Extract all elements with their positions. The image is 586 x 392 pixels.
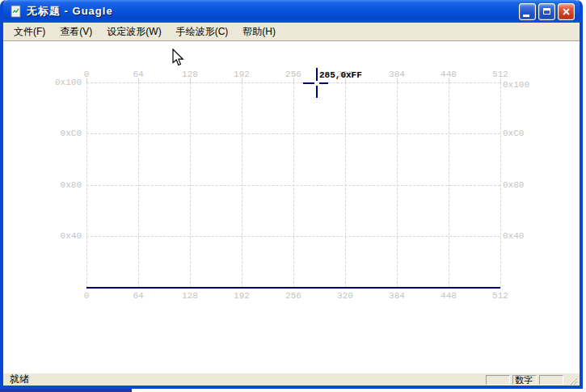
status-panel-num: 数字 [512,375,537,385]
menu-set-waveform[interactable]: 设定波形(W) [99,23,168,41]
status-message: 就绪 [10,373,483,386]
resize-grip-icon[interactable] [567,374,578,386]
app-window: 无标题 - Guagle 文件(F) 查看(V) 设定波 [0,0,583,389]
title-bar[interactable]: 无标题 - Guagle [3,0,580,23]
menu-view[interactable]: 查看(V) [53,23,99,41]
waveform-canvas[interactable] [3,41,580,373]
menu-help[interactable]: 帮助(H) [235,23,283,41]
menu-file[interactable]: 文件(F) [6,23,53,41]
menu-bar: 文件(F) 查看(V) 设定波形(W) 手绘波形(C) 帮助(H) [3,23,580,41]
close-icon [562,7,571,16]
menu-draw-waveform[interactable]: 手绘波形(C) [169,23,236,41]
maximize-button[interactable] [538,3,555,20]
background-window-edge [0,389,132,392]
maximize-icon [543,8,550,15]
window-controls [519,3,575,20]
status-panel-caps [486,375,510,385]
minimize-button[interactable] [519,3,536,20]
minimize-icon [523,15,529,17]
status-bar: 就绪 数字 [3,373,580,386]
window-title: 无标题 - Guagle [27,4,519,19]
close-button[interactable] [558,3,575,20]
status-panel-scroll [539,375,563,385]
waveform-document-icon [10,5,23,18]
